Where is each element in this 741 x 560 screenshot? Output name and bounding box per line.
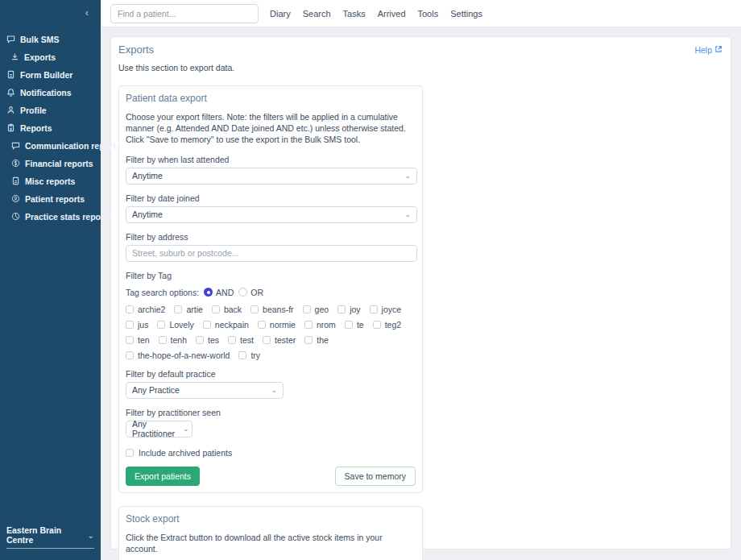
checkbox-icon xyxy=(126,305,134,313)
tag-search-options-label: Tag search options: xyxy=(126,288,199,297)
checkbox-icon xyxy=(337,305,346,313)
export-patients-button[interactable]: Export patients xyxy=(126,467,200,486)
tag-checkbox[interactable]: tes xyxy=(196,335,219,345)
tag-label: neckpain xyxy=(215,320,249,330)
include-archived-checkbox[interactable]: Include archived patients xyxy=(126,448,416,458)
menu-item-settings[interactable]: Settings xyxy=(450,9,482,19)
menu-item-diary[interactable]: Diary xyxy=(270,9,291,19)
checkbox-icon xyxy=(263,336,271,344)
tag-checkbox[interactable]: jus xyxy=(126,320,148,330)
tag-checkbox[interactable]: Lovely xyxy=(157,320,193,330)
tag-checkbox[interactable]: normie xyxy=(258,320,296,330)
tag-label: joy xyxy=(350,305,360,314)
tag-label: tenh xyxy=(171,335,187,345)
sidebar-item-form-builder[interactable]: Form Builder xyxy=(0,66,101,84)
card-title: Stock export xyxy=(126,513,416,525)
report-icon xyxy=(6,123,15,134)
chat-icon xyxy=(6,35,15,45)
tag-checkbox[interactable]: beans-fr xyxy=(250,305,294,314)
address-input[interactable] xyxy=(126,245,417,262)
sidebar-item-financial-reports[interactable]: Financial reports xyxy=(0,155,101,172)
tag-or-radio[interactable]: OR xyxy=(238,288,263,297)
checkbox-label: Include archived patients xyxy=(139,448,232,458)
menu-item-tasks[interactable]: Tasks xyxy=(343,9,366,19)
card-title: Patient data export xyxy=(126,93,416,104)
sidebar-item-communication-reports[interactable]: Communication reports xyxy=(0,137,101,155)
sidebar-item-label: Profile xyxy=(20,106,47,115)
tag-checkbox[interactable]: tester xyxy=(263,335,296,345)
sidebar-item-label: Misc reports xyxy=(25,176,75,186)
filter-joined-select[interactable]: Anytime ⌄ xyxy=(126,206,417,223)
filter-joined-label: Filter by date joined xyxy=(126,193,416,203)
filter-practice-select[interactable]: Any Practice ⌄ xyxy=(126,382,284,399)
tag-and-radio[interactable]: AND xyxy=(204,288,234,297)
tag-label: try xyxy=(250,351,260,360)
document-icon xyxy=(6,70,15,81)
tag-checkbox[interactable]: nrom xyxy=(304,320,336,330)
save-to-memory-button[interactable]: Save to memory xyxy=(335,467,416,486)
tag-checkbox[interactable]: test xyxy=(228,335,254,345)
tag-checkbox[interactable]: the-hope-of-a-new-world xyxy=(126,351,230,360)
filter-attended-select[interactable]: Anytime ⌄ xyxy=(126,168,417,185)
filter-attended-label: Filter by when last attended xyxy=(126,155,416,164)
sidebar-item-practice-stats-reports[interactable]: Practice stats reports xyxy=(0,208,101,226)
practice-selector[interactable]: Eastern Brain Centre ⌄ xyxy=(6,525,94,549)
sidebar-item-notifications[interactable]: Notifications xyxy=(0,84,101,102)
chevron-left-icon: ‹ xyxy=(85,6,89,19)
filter-tag-label: Filter by Tag xyxy=(126,271,416,280)
tag-label: nrom xyxy=(317,320,336,330)
top-menu: Diary Search Tasks Arrived Tools Setting… xyxy=(270,9,482,19)
tag-checkbox[interactable]: neckpain xyxy=(203,320,249,330)
tag-checkbox[interactable]: back xyxy=(212,305,242,314)
tag-label: back xyxy=(224,305,242,314)
sidebar-item-label: Patient reports xyxy=(25,194,85,204)
tag-label: te xyxy=(357,320,364,330)
tag-checkbox[interactable]: artie xyxy=(174,305,202,314)
checkbox-icon xyxy=(373,321,381,329)
sidebar-collapse-button[interactable]: ‹ xyxy=(80,5,94,19)
tag-label: beans-fr xyxy=(263,305,294,314)
tag-label: test xyxy=(240,335,254,345)
checkbox-icon xyxy=(304,321,313,329)
sidebar-item-exports[interactable]: Exports xyxy=(0,48,101,66)
filter-practitioner-label: Filter by practitioner seen xyxy=(126,408,416,417)
tag-checkbox[interactable]: te xyxy=(345,320,364,330)
tag-checkbox[interactable]: try xyxy=(238,351,260,360)
sidebar-item-profile[interactable]: Profile xyxy=(0,102,101,119)
help-link[interactable]: Help xyxy=(694,45,722,55)
radio-label: OR xyxy=(250,288,263,297)
sidebar-item-patient-reports[interactable]: Patient reports xyxy=(0,190,101,208)
page-subtitle: Use this section to export data. xyxy=(118,63,723,73)
tag-label: jus xyxy=(138,320,148,330)
filter-practitioner-select[interactable]: Any Practitioner ⌄ xyxy=(126,421,192,438)
tag-label: joyce xyxy=(382,305,402,314)
tag-checkbox[interactable]: teg2 xyxy=(373,320,401,330)
person-icon xyxy=(6,106,15,116)
tag-checkbox[interactable]: archie2 xyxy=(126,305,165,314)
tag-checkbox[interactable]: geo xyxy=(303,305,329,314)
tag-checkbox[interactable]: joyce xyxy=(370,305,402,314)
document-icon xyxy=(11,176,20,187)
sidebar-item-bulk-sms[interactable]: Bulk SMS xyxy=(0,31,101,48)
tag-checkbox[interactable]: joy xyxy=(337,305,360,314)
sidebar-item-misc-reports[interactable]: Misc reports xyxy=(0,172,101,190)
checkbox-icon xyxy=(304,336,313,344)
sidebar-item-label: Reports xyxy=(20,123,52,133)
card-description: Choose your export filters. Note: the fi… xyxy=(126,111,416,146)
sidebar-item-reports[interactable]: Reports xyxy=(0,119,101,137)
checkbox-icon xyxy=(370,305,378,313)
practice-selector-label: Eastern Brain Centre xyxy=(6,525,88,545)
tag-label: tester xyxy=(275,335,296,345)
chevron-down-icon: ⌄ xyxy=(183,425,189,433)
search-input[interactable] xyxy=(110,4,259,23)
menu-item-arrived[interactable]: Arrived xyxy=(378,9,406,19)
menu-item-search[interactable]: Search xyxy=(303,9,331,19)
filter-practice-label: Filter by default practice xyxy=(126,369,416,379)
tag-checkbox-grid: archie2 artie back beans-fr geo joy joyc… xyxy=(126,305,420,360)
tag-label: ten xyxy=(138,335,150,345)
tag-checkbox[interactable]: ten xyxy=(126,335,150,345)
radio-label: AND xyxy=(216,288,234,297)
tag-checkbox[interactable]: tenh xyxy=(159,335,187,345)
menu-item-tools[interactable]: Tools xyxy=(418,9,439,19)
tag-checkbox[interactable]: the xyxy=(304,335,329,345)
